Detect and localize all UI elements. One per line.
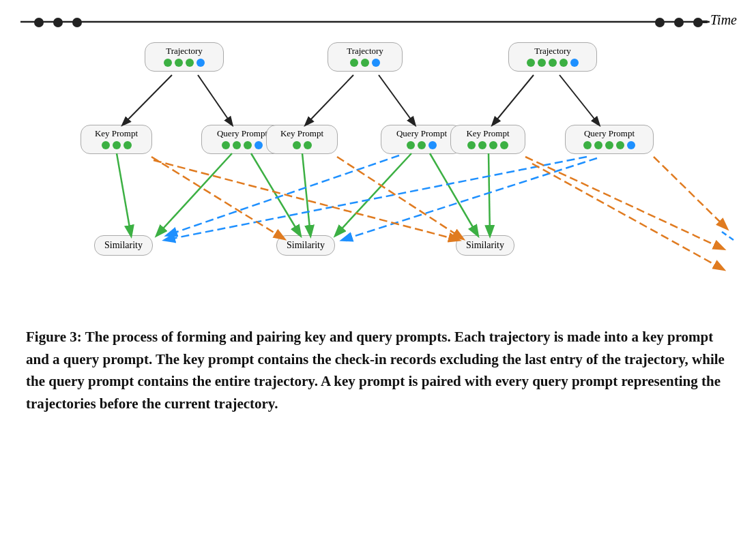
svg-line-7 <box>559 75 599 125</box>
svg-line-12 <box>251 153 300 235</box>
svg-line-23 <box>654 157 727 228</box>
key-prompt-1: Key Prompt <box>81 125 152 154</box>
caption: Figure 3: The process of forming and pai… <box>0 314 756 415</box>
svg-line-11 <box>157 153 232 235</box>
trajectory-1: Trajectory <box>145 42 224 72</box>
svg-line-5 <box>379 75 415 125</box>
svg-line-24 <box>722 232 733 240</box>
svg-line-6 <box>493 75 534 125</box>
similarity-2: Similarity <box>276 235 335 256</box>
svg-line-15 <box>167 155 399 235</box>
trajectory-2: Trajectory <box>328 42 403 72</box>
trajectory-3: Trajectory <box>508 42 597 72</box>
query-prompt-3: Query Prompt <box>565 125 654 154</box>
similarity-1: Similarity <box>94 235 153 256</box>
svg-line-20 <box>337 157 463 239</box>
svg-line-16 <box>165 157 587 240</box>
similarity-3: Similarity <box>456 235 514 256</box>
svg-line-2 <box>123 75 172 125</box>
svg-line-17 <box>343 158 597 240</box>
svg-line-3 <box>198 75 232 125</box>
svg-line-21 <box>525 157 723 249</box>
svg-line-14 <box>430 153 478 235</box>
timeline-dot-l3 <box>72 18 82 27</box>
svg-line-8 <box>117 153 131 235</box>
timeline-dot-r1 <box>655 18 665 27</box>
caption-text: The process of forming and pairing key a… <box>26 329 725 412</box>
timeline-dot-l1 <box>34 18 44 27</box>
timeline-dot-r2 <box>674 18 684 27</box>
figure-number: Figure 3: <box>26 329 82 345</box>
time-arrow <box>20 20 730 23</box>
diagram-area: Time Trajectory Trajectory Trajectory <box>0 0 756 314</box>
timeline-dot-r3 <box>693 18 703 27</box>
svg-line-19 <box>154 160 459 240</box>
svg-line-4 <box>306 75 353 125</box>
key-prompt-3: Key Prompt <box>450 125 525 154</box>
svg-line-9 <box>302 153 310 235</box>
svg-line-10 <box>489 153 490 235</box>
svg-line-22 <box>532 164 723 269</box>
timeline-dot-l2 <box>53 18 63 27</box>
svg-line-18 <box>151 157 284 239</box>
key-prompt-2: Key Prompt <box>266 125 338 154</box>
svg-line-13 <box>336 153 411 235</box>
time-label: Time <box>710 12 737 28</box>
